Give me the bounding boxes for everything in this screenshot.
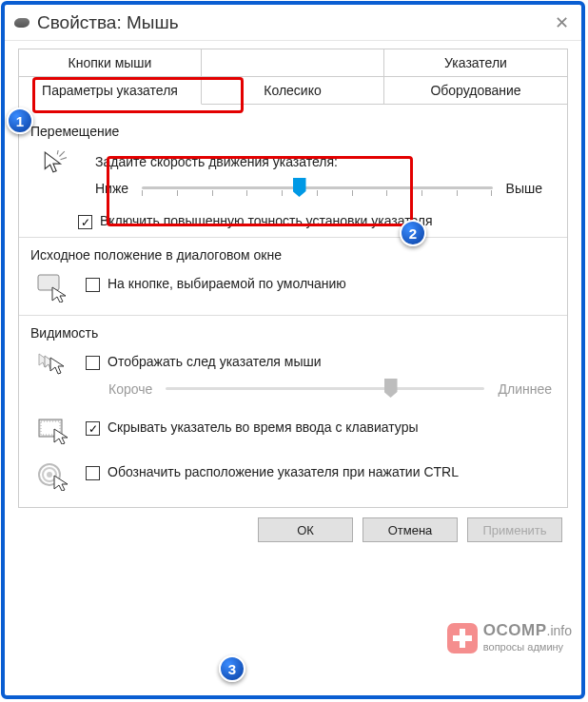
locate-ctrl-checkbox[interactable] xyxy=(86,466,100,480)
motion-group-label: Перемещение xyxy=(30,124,558,139)
trail-checkbox[interactable] xyxy=(86,356,100,370)
tabs-row-1: Кнопки мыши Указатели xyxy=(18,49,568,77)
annotation-badge-1: 1 xyxy=(7,107,33,134)
tab-pointers[interactable]: Указатели xyxy=(384,49,567,77)
trail-higher-label: Длиннее xyxy=(498,381,552,397)
pointer-speed-slider[interactable] xyxy=(138,177,496,200)
dialog-buttons: ОК Отмена Применить xyxy=(18,508,568,542)
tab-buttons[interactable]: Кнопки мыши xyxy=(19,49,202,77)
window-title: Свойства: Мышь xyxy=(37,12,179,33)
enhance-precision-checkbox[interactable] xyxy=(78,215,92,229)
hide-typing-checkbox[interactable] xyxy=(86,421,100,436)
snapto-checkbox[interactable] xyxy=(86,278,100,292)
svg-rect-0 xyxy=(38,275,59,290)
tabs-row-2: Параметры указателя Колесико Оборудовани… xyxy=(18,77,568,105)
close-button[interactable]: ✕ xyxy=(551,12,572,33)
cancel-button[interactable]: Отмена xyxy=(363,517,458,542)
titlebar: Свойства: Мышь ✕ xyxy=(5,5,581,41)
watermark-sub: вопросы админу xyxy=(483,641,563,653)
tab-hardware[interactable]: Оборудование xyxy=(384,77,567,105)
watermark-tld: .info xyxy=(547,623,572,638)
trail-label: Отображать след указателя мыши xyxy=(108,354,322,369)
locate-ctrl-label: Обозначить расположение указателя при на… xyxy=(108,464,459,479)
trail-lower-label: Короче xyxy=(108,381,152,397)
watermark-brand: OCOMP xyxy=(483,621,547,639)
tab-spacer xyxy=(202,49,384,77)
apply-button: Применить xyxy=(467,517,562,542)
hide-typing-icon xyxy=(37,418,71,447)
tab-content: Перемещение Задайте скорость движения ук… xyxy=(18,105,568,508)
hide-typing-label: Скрывать указатель во время ввода с клав… xyxy=(108,419,419,435)
watermark-plus-icon xyxy=(447,623,478,653)
ok-button[interactable]: ОК xyxy=(258,517,353,542)
annotation-badge-2: 2 xyxy=(400,220,426,246)
svg-point-5 xyxy=(47,472,52,478)
watermark: OCOMP.info вопросы админу xyxy=(447,622,572,653)
annotation-badge-3: 3 xyxy=(219,655,245,682)
trail-icon xyxy=(37,352,71,381)
speed-lower-label: Ниже xyxy=(95,181,128,196)
snapto-label: На кнопке, выбираемой по умолчанию xyxy=(108,276,346,291)
visibility-group-label: Видимость xyxy=(30,325,558,341)
pointer-icon xyxy=(42,150,67,179)
snapto-group-label: Исходное положение в диалоговом окне xyxy=(30,247,558,263)
trail-length-slider xyxy=(162,378,488,400)
tab-wheel[interactable]: Колесико xyxy=(202,77,384,105)
tab-pointer-options[interactable]: Параметры указателя xyxy=(19,77,202,105)
speed-higher-label: Выше xyxy=(506,181,542,196)
mouse-icon xyxy=(13,18,29,28)
locate-ctrl-icon xyxy=(37,462,71,494)
enhance-precision-label: Включить повышенную точность установки у… xyxy=(100,213,433,228)
snapto-icon xyxy=(37,274,71,305)
speed-label: Задайте скорость движения указателя: xyxy=(95,154,542,169)
